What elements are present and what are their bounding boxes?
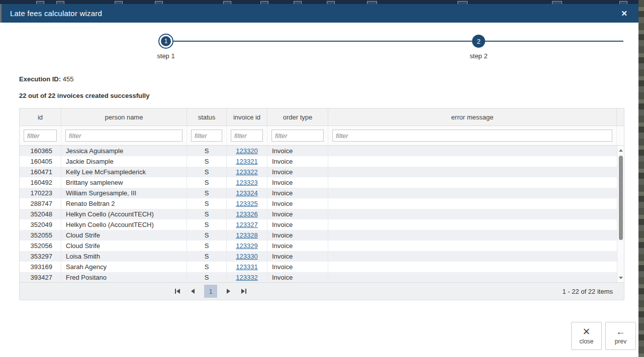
table-row[interactable]: 353297 Loisa Smith S 123330 Invoice: [20, 251, 618, 262]
column-header-id[interactable]: id: [20, 108, 61, 126]
invoice-link[interactable]: 123330: [236, 253, 257, 260]
cell-invoice-id: 123331: [227, 262, 267, 272]
first-page-button[interactable]: [173, 287, 181, 295]
cell-person-name: Sarah Agency: [61, 262, 187, 272]
filter-input-person-name[interactable]: [65, 130, 182, 142]
cell-order-type: Invoice: [267, 156, 328, 167]
cell-order-type: Invoice: [267, 177, 328, 188]
invoice-link[interactable]: 123321: [236, 158, 257, 165]
invoice-link[interactable]: 123325: [236, 200, 257, 207]
cell-invoice-id: 123321: [227, 156, 267, 167]
table-row[interactable]: 160471 Kelly Lee McFsamplederick S 12332…: [20, 167, 618, 177]
column-header-invoice-id[interactable]: invoice id: [227, 108, 267, 126]
cell-person-name: Loisa Smith: [61, 251, 187, 262]
cell-invoice-id: 123320: [227, 146, 267, 156]
cell-id: 393169: [20, 262, 61, 272]
prev-page-button[interactable]: [190, 287, 196, 295]
table-row[interactable]: 393427 Fred Positano S 123332 Invoice: [20, 272, 618, 282]
table-row[interactable]: 160405 Jackie Disample S 123321 Invoice: [20, 156, 618, 167]
header-scrollbar-spacer: [617, 108, 624, 126]
first-page-icon: [176, 289, 180, 294]
cell-person-name: Helkyn Coello (AccountTECH): [61, 209, 187, 219]
invoice-link[interactable]: 123324: [236, 189, 257, 197]
invoice-link[interactable]: 123326: [236, 210, 257, 218]
invoice-link[interactable]: 123327: [236, 221, 257, 228]
cell-invoice-id: 123322: [227, 167, 267, 177]
cell-id: 393427: [20, 272, 61, 282]
cell-status: S: [187, 230, 227, 241]
modal-title: Late fees calculator wizard: [10, 9, 102, 18]
scrollbar-down-arrow[interactable]: [617, 274, 624, 281]
cell-error-message: [328, 251, 618, 262]
toolbar-icon-fragment: [223, 1, 231, 4]
cell-error-message: [328, 219, 618, 230]
table-row[interactable]: 160365 Jessica Aguisample S 123320 Invoi…: [20, 146, 618, 156]
cell-invoice-id: 123323: [227, 177, 267, 188]
last-page-button[interactable]: [240, 287, 248, 295]
cell-status: S: [187, 188, 227, 198]
invoice-link[interactable]: 123332: [236, 274, 257, 281]
cell-error-message: [328, 262, 618, 272]
result-message: 22 out of 22 invoices created successful…: [19, 92, 149, 99]
cell-id: 160471: [20, 167, 61, 177]
toolbar-icon-fragment: [367, 1, 377, 4]
table-row[interactable]: 288747 Renato Beltran 2 S 123325 Invoice: [20, 198, 618, 209]
grid-rows-container: 160365 Jessica Aguisample S 123320 Invoi…: [20, 146, 618, 282]
cell-order-type: Invoice: [267, 209, 328, 219]
cell-id: 352049: [20, 219, 61, 230]
invoice-link[interactable]: 123320: [236, 147, 257, 155]
cell-order-type: Invoice: [267, 188, 328, 198]
cell-person-name: Jackie Disample: [61, 156, 187, 167]
prev-button[interactable]: ← prev: [605, 322, 636, 350]
invoice-link[interactable]: 123322: [236, 168, 257, 176]
step-2-label: step 2: [458, 52, 499, 60]
invoice-link[interactable]: 123331: [236, 263, 257, 271]
cell-status: S: [187, 219, 227, 230]
close-icon[interactable]: ✕: [620, 8, 628, 19]
invoice-link[interactable]: 123323: [236, 179, 257, 186]
scrollbar-up-arrow[interactable]: [617, 147, 624, 154]
cell-order-type: Invoice: [267, 241, 328, 251]
invoice-link[interactable]: 123328: [236, 231, 257, 239]
table-row[interactable]: 170223 William Surgesample, III S 123324…: [20, 188, 618, 198]
toolbar-icon-fragment: [457, 1, 468, 4]
next-page-button[interactable]: [225, 287, 232, 295]
cell-invoice-id: 123326: [227, 209, 267, 219]
pager-controls: 1: [173, 283, 248, 300]
page-number-button[interactable]: 1: [204, 285, 217, 298]
table-row[interactable]: 352049 Helkyn Coello (AccountTECH) S 123…: [20, 219, 618, 230]
stepper-step-2[interactable]: 2: [472, 35, 485, 48]
stepper-step-1[interactable]: 1: [158, 34, 173, 49]
filter-input-invoice-id[interactable]: [231, 130, 263, 142]
column-header-order-type[interactable]: order type: [267, 108, 328, 126]
close-button[interactable]: ✕ close: [571, 322, 602, 350]
table-row[interactable]: 352048 Helkyn Coello (AccountTECH) S 123…: [20, 209, 618, 219]
table-row[interactable]: 160492 Brittany samplenew S 123323 Invoi…: [20, 177, 618, 188]
grid-filter-row: [20, 126, 624, 146]
toolbar-icon-fragment: [115, 1, 123, 4]
background-left-edge: [0, 4, 2, 23]
cell-person-name: Cloud Strife: [61, 230, 187, 241]
filter-input-error-message[interactable]: [332, 130, 612, 142]
filter-input-order-type[interactable]: [271, 130, 324, 142]
cell-id: 352048: [20, 209, 61, 219]
scrollbar-thumb[interactable]: [619, 156, 623, 240]
filter-input-status[interactable]: [191, 130, 222, 142]
table-row[interactable]: 352056 Cloud Strife S 123329 Invoice: [20, 241, 618, 251]
grid-header-row: id person name status invoice id order t…: [20, 108, 624, 126]
column-header-status[interactable]: status: [187, 108, 227, 126]
execution-id-label: Execution ID:: [19, 75, 61, 83]
cell-invoice-id: 123327: [227, 219, 267, 230]
table-row[interactable]: 393169 Sarah Agency S 123331 Invoice: [20, 262, 618, 272]
filter-input-id[interactable]: [24, 130, 57, 142]
column-header-person-name[interactable]: person name: [61, 108, 187, 126]
vertical-scrollbar[interactable]: [617, 146, 624, 282]
table-row[interactable]: 352055 Cloud Strife S 123328 Invoice: [20, 230, 618, 241]
cell-status: S: [187, 262, 227, 272]
invoice-link[interactable]: 123329: [236, 242, 257, 250]
execution-id-line: Execution ID: 455: [19, 75, 73, 83]
cell-id: 352055: [20, 230, 61, 241]
cell-order-type: Invoice: [267, 272, 328, 282]
column-header-error-message[interactable]: error message: [328, 108, 617, 126]
cell-status: S: [187, 177, 227, 188]
